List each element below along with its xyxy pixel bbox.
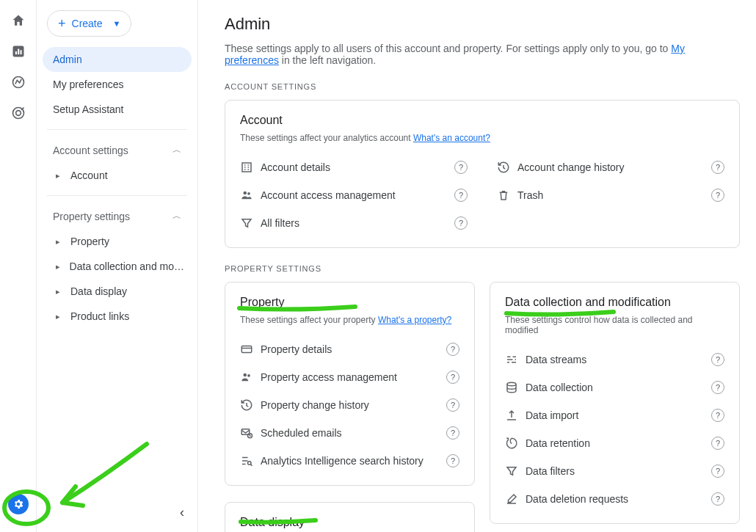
- help-icon[interactable]: ?: [454, 161, 468, 174]
- account-access-row[interactable]: Account access management ?: [240, 181, 468, 209]
- data-collection-card: Data collection and modification These s…: [490, 282, 740, 524]
- help-icon[interactable]: ?: [446, 398, 459, 412]
- data-streams-row[interactable]: Data streams ?: [505, 346, 724, 374]
- help-icon[interactable]: ?: [711, 437, 724, 450]
- help-icon[interactable]: ?: [711, 381, 724, 394]
- property-details-row[interactable]: Property details ?: [240, 335, 459, 363]
- nav-property-settings-header[interactable]: Property settings ︿: [43, 203, 192, 229]
- caret-right-icon: ▸: [56, 171, 63, 181]
- svg-rect-2: [18, 49, 19, 55]
- account-history-row[interactable]: Account change history ?: [497, 153, 724, 181]
- help-icon[interactable]: ?: [446, 426, 459, 440]
- search-list-icon: [240, 454, 261, 467]
- help-icon[interactable]: ?: [711, 189, 724, 202]
- whats-a-property-link[interactable]: What's a property?: [378, 315, 451, 325]
- nav-account-settings-header[interactable]: Account settings ︿: [43, 137, 192, 163]
- svg-rect-3: [20, 50, 21, 54]
- nav-rail: [0, 0, 37, 532]
- caret-right-icon: ▸: [56, 262, 62, 272]
- filter-icon: [240, 216, 261, 230]
- help-icon[interactable]: ?: [454, 216, 468, 230]
- all-filters-row[interactable]: All filters ?: [240, 209, 468, 237]
- card-icon: [240, 343, 261, 356]
- filter-icon: [505, 464, 526, 478]
- section-account-settings: ACCOUNT SETTINGS: [225, 82, 740, 91]
- scheduled-emails-row[interactable]: Scheduled emails ?: [240, 419, 459, 447]
- page-title: Admin: [225, 15, 740, 34]
- property-access-row[interactable]: Property access management ?: [240, 363, 459, 391]
- nav-setup-assistant[interactable]: Setup Assistant: [43, 97, 192, 122]
- collapse-sidebar-icon[interactable]: ‹: [180, 505, 184, 520]
- home-icon[interactable]: [11, 13, 26, 28]
- help-icon[interactable]: ?: [711, 353, 724, 366]
- caret-right-icon: ▸: [56, 237, 63, 247]
- svg-point-11: [244, 374, 247, 377]
- create-label: Create: [72, 18, 103, 29]
- create-button[interactable]: + Create ▼: [47, 10, 131, 37]
- caret-right-icon: ▸: [56, 312, 63, 321]
- nav-admin[interactable]: Admin: [43, 47, 192, 72]
- card-title: Data display: [240, 516, 459, 529]
- eraser-icon: [505, 492, 526, 506]
- upload-icon: [505, 409, 526, 422]
- people-icon: [240, 189, 261, 202]
- help-icon[interactable]: ?: [711, 409, 724, 422]
- data-retention-row[interactable]: Data retention ?: [505, 429, 724, 457]
- data-display-card: Data display These settings control how …: [225, 502, 475, 532]
- card-subtitle: These settings affect your property What…: [240, 315, 459, 325]
- data-deletion-row[interactable]: Data deletion requests ?: [505, 485, 724, 513]
- caret-right-icon: ▸: [56, 287, 63, 296]
- nav-divider: [47, 195, 187, 196]
- admin-gear-icon[interactable]: [8, 494, 29, 514]
- chevron-up-icon: ︿: [172, 210, 181, 222]
- card-title: Account: [240, 114, 724, 127]
- nav-data-display[interactable]: ▸ Data display: [43, 279, 192, 304]
- data-import-row[interactable]: Data import ?: [505, 401, 724, 429]
- help-icon[interactable]: ?: [711, 464, 724, 478]
- sidebar: + Create ▼ Admin My preferences Setup As…: [37, 0, 198, 532]
- nav-property[interactable]: ▸ Property: [43, 229, 192, 254]
- card-title: Data collection and modification: [505, 296, 724, 309]
- card-title: Property: [240, 296, 459, 309]
- help-icon[interactable]: ?: [711, 161, 724, 174]
- reports-icon[interactable]: [11, 44, 26, 59]
- svg-rect-10: [241, 346, 252, 353]
- svg-point-12: [247, 374, 250, 377]
- svg-rect-1: [15, 51, 16, 54]
- svg-point-15: [248, 462, 252, 465]
- main-content: Admin These settings apply to all users …: [198, 0, 756, 532]
- trash-icon: [497, 189, 517, 202]
- svg-point-8: [244, 192, 247, 195]
- section-property-settings: PROPERTY SETTINGS: [225, 264, 740, 273]
- help-icon[interactable]: ?: [454, 189, 468, 202]
- nav-divider: [47, 129, 187, 130]
- account-details-row[interactable]: Account details ?: [240, 153, 468, 181]
- history-icon: [240, 398, 261, 412]
- svg-point-9: [247, 192, 250, 195]
- card-subtitle: These settings control how data is colle…: [505, 315, 724, 335]
- whats-an-account-link[interactable]: What's an account?: [413, 133, 490, 143]
- mail-clock-icon: [240, 426, 261, 440]
- analytics-search-history-row[interactable]: Analytics Intelligence search history ?: [240, 447, 459, 475]
- help-icon[interactable]: ?: [446, 343, 459, 356]
- property-history-row[interactable]: Property change history ?: [240, 391, 459, 419]
- data-collection-row[interactable]: Data collection ?: [505, 374, 724, 401]
- history-icon: [497, 161, 517, 174]
- advertising-icon[interactable]: [11, 106, 26, 120]
- help-icon[interactable]: ?: [446, 454, 459, 467]
- nav-account[interactable]: ▸ Account: [43, 163, 192, 188]
- nav-product-links[interactable]: ▸ Product links: [43, 304, 192, 329]
- streams-icon: [505, 353, 526, 366]
- svg-point-6: [15, 111, 21, 116]
- help-icon[interactable]: ?: [711, 492, 724, 506]
- explore-icon[interactable]: [11, 75, 26, 90]
- trash-row[interactable]: Trash ?: [497, 181, 724, 209]
- retention-icon: [505, 437, 526, 450]
- data-filters-row[interactable]: Data filters ?: [505, 457, 724, 485]
- account-card: Account These settings affect your analy…: [225, 100, 740, 248]
- property-card: Property These settings affect your prop…: [225, 282, 475, 486]
- nav-my-preferences[interactable]: My preferences: [43, 72, 192, 97]
- help-icon[interactable]: ?: [446, 371, 459, 384]
- nav-data-collection[interactable]: ▸ Data collection and modifica...: [43, 254, 192, 279]
- database-icon: [505, 381, 526, 394]
